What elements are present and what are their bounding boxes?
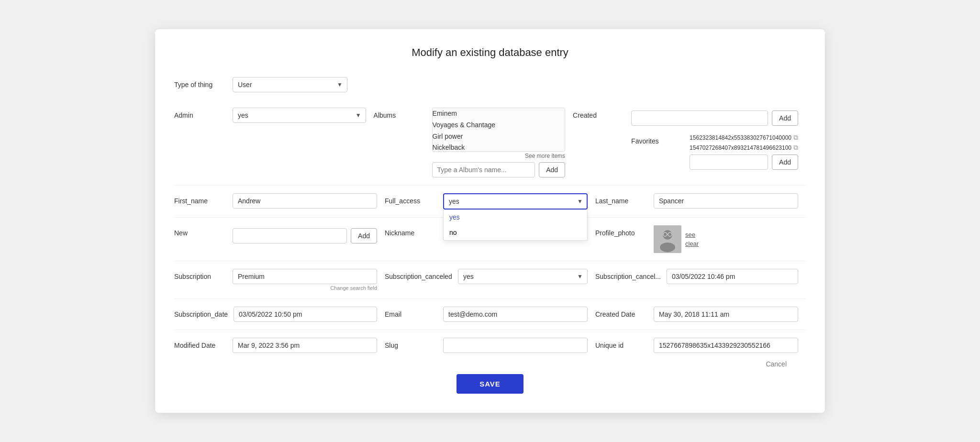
favorites-input[interactable] <box>690 155 768 170</box>
subscriptiondate-content <box>234 307 377 322</box>
modal: Modify an existing database entry Type o… <box>155 29 825 413</box>
email-content <box>443 307 588 322</box>
type-label: Type of thing <box>174 81 227 88</box>
uniqueid-group: Unique id <box>595 335 806 356</box>
subscriptiondate-input[interactable] <box>234 307 377 322</box>
lastname-input[interactable] <box>654 193 798 209</box>
lastname-label: Last_name <box>595 193 648 205</box>
slug-label: Slug <box>385 338 437 349</box>
created-label: Created <box>573 108 625 119</box>
subscriptioncanceldate-label: Subscription_cancel... <box>595 269 661 280</box>
modifieddate-input[interactable] <box>233 338 377 353</box>
modifieddate-label: Modified Date <box>174 338 227 349</box>
favorites-content: 1562323814842x553383027671040000 ⧉ 15470… <box>690 133 798 170</box>
dropdown-option-no[interactable]: no <box>444 225 587 240</box>
lastname-group: Last_name <box>595 190 806 211</box>
email-input[interactable] <box>443 307 588 322</box>
admin-select-wrapper: yes no ▼ <box>233 108 366 123</box>
list-item: Eminem <box>433 108 557 120</box>
modifieddate-group: Modified Date <box>174 335 385 356</box>
copy-icon-1[interactable]: ⧉ <box>793 133 798 142</box>
createddate-input[interactable] <box>654 307 798 322</box>
fullaccess-select[interactable]: yes no <box>443 193 588 210</box>
favorites-add-button[interactable]: Add <box>772 155 798 170</box>
firstname-group: First_name <box>174 190 385 211</box>
form-row-6: Modified Date Slug Unique id <box>174 330 806 361</box>
new-label: New <box>174 225 227 237</box>
subscriptioncanceled-select[interactable]: yes no <box>458 269 588 284</box>
favorites-section: Favorites 1562323814842x5533830276710400… <box>631 133 798 170</box>
created-group: Created Add Favorites 15 <box>573 105 806 173</box>
form-row-4: Subscription Change search field Subscri… <box>174 261 806 299</box>
subscription-input[interactable] <box>233 269 377 284</box>
profile-photo-area: see clear <box>654 225 798 253</box>
favorites-label: Favorites <box>631 133 684 145</box>
cancel-button[interactable]: Cancel <box>766 360 787 368</box>
subscriptioncanceldate-content <box>667 269 798 284</box>
email-group: Email <box>385 304 595 325</box>
type-select-wrapper: User Album Artist ▼ <box>233 77 347 92</box>
favorites-value-2: 1547027268407x893214781496623100 <box>690 144 791 151</box>
albums-input[interactable] <box>432 162 535 177</box>
new-add-button[interactable]: Add <box>351 228 377 243</box>
createddate-content <box>654 307 798 322</box>
form-row-1: Admin yes no ▼ Albums <box>174 100 806 186</box>
photo-actions: see clear <box>685 231 699 247</box>
footer: SAVE Cancel <box>174 361 806 394</box>
fullaccess-content: yes no ▼ yes no <box>443 193 588 210</box>
svg-point-1 <box>663 230 672 240</box>
clear-link[interactable]: clear <box>685 240 699 247</box>
created-add-row: Add <box>631 110 798 126</box>
list-item: Voyages & Chantage <box>433 120 557 131</box>
albums-add-button[interactable]: Add <box>539 162 565 177</box>
created-input[interactable] <box>631 110 768 126</box>
profilephoto-content: see clear <box>654 225 798 253</box>
uniqueid-label: Unique id <box>595 338 648 349</box>
type-select[interactable]: User Album Artist <box>233 77 347 92</box>
favorites-value-1: 1562323814842x553383027671040000 <box>690 134 791 141</box>
subscriptioncanceldate-input[interactable] <box>667 269 798 284</box>
list-item: 1562323814842x553383027671040000 ⧉ <box>690 133 798 142</box>
modifieddate-content <box>233 338 377 353</box>
avatar <box>654 225 681 253</box>
createddate-group: Created Date <box>595 304 806 325</box>
change-search-label: Change search field <box>233 285 377 291</box>
new-group: New Add <box>174 222 385 246</box>
admin-select[interactable]: yes no <box>233 108 366 123</box>
firstname-label: First_name <box>174 193 227 205</box>
subscriptiondate-label: Subscription_date <box>174 307 228 318</box>
firstname-input[interactable] <box>233 193 377 209</box>
albums-list-area: Eminem Voyages & Chantage Girl power Nic… <box>432 108 566 152</box>
slug-input[interactable] <box>443 338 588 353</box>
new-content: Add <box>233 225 377 243</box>
nickname-label: Nickname <box>385 225 437 237</box>
albums-group: Albums Eminem Voyages & Chantage Girl po… <box>374 105 573 180</box>
svg-point-2 <box>660 243 675 252</box>
list-item: 1547027268407x893214781496623100 ⧉ <box>690 144 798 152</box>
created-add-button[interactable]: Add <box>772 110 798 126</box>
favorites-group: Favorites 1562323814842x5533830276710400… <box>631 133 798 170</box>
subscriptioncanceled-content: yes no ▼ <box>458 269 588 284</box>
subscription-group: Subscription Change search field <box>174 266 385 294</box>
favorites-list: 1562323814842x553383027671040000 ⧉ 15470… <box>690 133 798 152</box>
type-of-thing-row: Type of thing User Album Artist ▼ <box>174 72 806 100</box>
admin-content: yes no ▼ <box>233 108 366 123</box>
see-more-label: See more items <box>432 153 566 159</box>
dropdown-option-yes[interactable]: yes <box>444 210 587 225</box>
admin-label: Admin <box>174 108 227 119</box>
subscriptioncanceled-select-wrapper: yes no ▼ <box>458 269 588 284</box>
save-button[interactable]: SAVE <box>457 374 523 394</box>
fullaccess-group: Full_access yes no ▼ yes no <box>385 190 595 212</box>
subscription-content: Change search field <box>233 269 377 291</box>
copy-icon-2[interactable]: ⧉ <box>793 144 798 152</box>
subscription-label: Subscription <box>174 269 227 280</box>
new-input[interactable] <box>233 228 347 243</box>
createddate-label: Created Date <box>595 307 648 318</box>
form-row-2: First_name Full_access yes no ▼ <box>174 186 806 218</box>
see-link[interactable]: see <box>685 231 699 238</box>
list-item: Nickelback <box>433 142 557 152</box>
list-item: Girl power <box>433 131 557 143</box>
albums-list: Eminem Voyages & Chantage Girl power Nic… <box>433 108 557 152</box>
albums-add-row: Add <box>432 162 566 177</box>
uniqueid-input[interactable] <box>654 338 798 353</box>
